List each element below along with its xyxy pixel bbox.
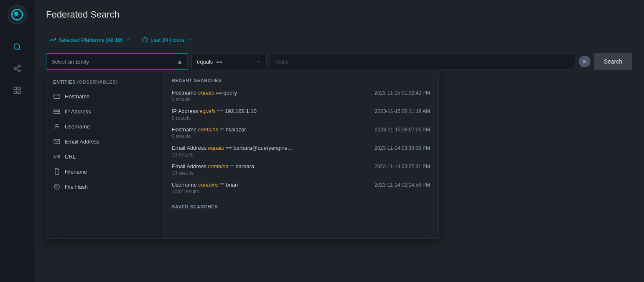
recent-item-6[interactable]: Username contains ** brian 2023-11-14 02… [172,179,430,197]
url-icon [53,153,61,160]
entity-label-url: URL [65,154,76,160]
svg-point-20 [56,185,58,187]
filename-icon [53,168,61,175]
time-button[interactable]: Last 24 Hours [139,35,195,45]
entities-list: ENTITIES (OBSERVABLES) Hostname [46,72,163,238]
svg-rect-8 [18,87,20,90]
recent-results-5: 13 results [172,170,430,176]
recent-date-2: 2023-11-15 08:11:18 AM [375,108,430,114]
sidebar-item-search[interactable] [8,38,26,56]
logo-inner [11,9,23,21]
entity-label-email: Email Address [65,138,99,145]
platforms-label: Selected Platforms (All 10) [59,37,123,43]
svg-line-5 [16,69,18,70]
recent-date-6: 2023-11-14 02:14:56 PM [374,182,430,188]
page-title: Federated Search [46,9,632,20]
recent-results-1: 0 results [172,97,430,103]
search-row: Select an Entity ▲ equals == × Search [46,53,632,70]
entity-label-hostname: Hostname [65,93,89,100]
entity-select-text: Select an Entity [51,59,89,65]
recent-query-5: Email Address contains ** barbara [172,163,254,169]
recent-results-3: 0 results [172,133,430,139]
recent-date-5: 2023-11-14 03:27:31 PM [374,164,430,169]
recent-query-1: Hostname equals == query [172,90,237,96]
entity-label-filehash: File Hash [65,184,88,190]
entity-item-ip-address[interactable]: IP Address [46,104,163,119]
recent-panel: RECENT SEARCHES Hostname equals == query… [163,72,438,238]
platforms-button[interactable]: Selected Platforms (All 10) [46,35,134,45]
filehash-icon [53,183,61,190]
operator-select[interactable]: equals == [191,53,267,70]
recent-item-4[interactable]: Email Address equals == barbara@queryeng… [172,142,430,161]
main-content: Federated Search Selected Platforms (All… [34,0,644,282]
svg-point-4 [18,70,20,72]
svg-point-17 [56,124,58,126]
recent-results-6: 1002 results [172,189,430,195]
operator-label: equals [197,59,213,65]
recent-query-3: Hostname contains ** bsalazar [172,126,246,133]
recent-item-5[interactable]: Email Address contains ** barbara 2023-1… [172,161,430,179]
entity-label-filename: Filename [65,169,87,175]
ip-address-icon [53,108,61,115]
svg-rect-7 [14,87,16,90]
entity-select-arrow-icon: ▲ [177,58,183,65]
svg-rect-14 [54,109,60,114]
svg-rect-10 [18,91,20,94]
recent-query-2: IP Address equals == 192.168.1.10 [172,108,257,114]
logo-icon [8,5,27,24]
dropdown-panel: ENTITIES (OBSERVABLES) Hostname [46,72,439,239]
search-button[interactable]: Search [594,53,632,70]
recent-item-3[interactable]: Hostname contains ** bsalazar 2023-11-15… [172,124,430,142]
entities-header: ENTITIES (OBSERVABLES) [46,77,163,89]
svg-point-3 [14,68,16,70]
recent-date-3: 2023-11-15 08:07:25 AM [375,127,430,133]
entity-item-filehash[interactable]: File Hash [46,179,163,194]
sidebar-item-grid[interactable] [8,81,26,100]
entity-item-hostname[interactable]: Hostname [46,89,163,104]
clear-button[interactable]: × [579,56,591,67]
svg-point-0 [14,44,19,49]
recent-date-4: 2023-11-14 03:30:08 PM [374,145,430,151]
svg-point-19 [54,184,59,189]
time-label: Last 24 Hours [150,37,184,43]
hostname-icon [53,92,61,100]
sidebar [0,0,34,282]
recent-item-1[interactable]: Hostname equals == query 2023-11-15 01:0… [172,87,430,105]
sidebar-nav [8,29,26,282]
clear-icon: × [583,58,586,65]
entities-sub: (OBSERVABLES) [77,79,118,85]
entity-item-filename[interactable]: Filename [46,164,163,179]
recent-query-4: Email Address equals == barbara@queryeng… [172,145,292,151]
value-input[interactable] [270,53,575,70]
recent-results-4: 13 results [172,152,430,158]
svg-rect-9 [14,91,16,94]
toolbar: Selected Platforms (All 10) Last 24 Hour… [46,35,632,45]
recent-query-6: Username contains ** brian [172,182,238,188]
entity-select[interactable]: Select an Entity ▲ [46,53,188,70]
recent-date-1: 2023-11-15 01:02:42 PM [374,90,430,96]
svg-line-1 [18,49,20,50]
svg-rect-12 [54,94,60,99]
recent-searches-header: RECENT SEARCHES [172,78,430,83]
svg-line-6 [16,67,18,68]
entity-label-ip: IP Address [65,108,91,115]
sidebar-item-share[interactable] [8,59,26,78]
email-icon [53,138,61,145]
saved-searches-header: SAVED SEARCHES [172,204,430,209]
sidebar-logo [0,0,34,29]
username-icon [53,123,61,130]
operator-symbol: == [216,59,222,65]
entity-item-url[interactable]: URL [46,149,163,164]
svg-point-2 [18,65,20,67]
recent-results-2: 0 results [172,115,430,121]
entity-label-username: Username [65,123,90,130]
page-header: Federated Search [46,0,632,26]
entity-item-email[interactable]: Email Address [46,134,163,149]
recent-item-2[interactable]: IP Address equals == 192.168.1.10 2023-1… [172,105,430,124]
entity-item-username[interactable]: Username [46,119,163,134]
